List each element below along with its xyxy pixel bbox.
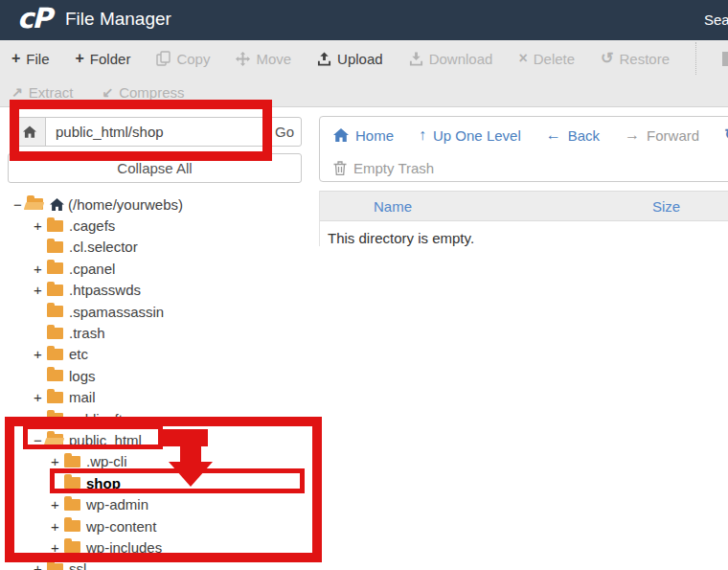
download-button[interactable]: Download xyxy=(409,51,493,67)
home-icon xyxy=(50,198,64,211)
back-button[interactable]: ←Back xyxy=(546,127,600,144)
navigation-panel: Home↑Up One Level←Back→Forward↻Reload Em… xyxy=(319,116,728,182)
up-icon: ↑ xyxy=(419,127,426,143)
tree-item-label: shop xyxy=(86,475,121,491)
restore-label: Restore xyxy=(619,51,670,67)
tree-item-wp-includes[interactable]: +wp-includes xyxy=(8,536,318,558)
tree-item-cagefs[interactable]: +.cagefs xyxy=(8,215,318,236)
tree-item-shop[interactable]: shop xyxy=(8,472,318,493)
reload-button[interactable]: ↻Reload xyxy=(724,127,728,144)
tree-item-spamassassin[interactable]: .spamassassin xyxy=(8,301,318,322)
move-button[interactable]: Move xyxy=(236,51,291,67)
tree-item-home-yourwebs[interactable]: −(/home/yourwebs) xyxy=(8,194,318,215)
folder-icon xyxy=(47,306,63,317)
empty-trash-button[interactable]: Empty Trash xyxy=(333,160,434,176)
file-label: File xyxy=(26,51,49,67)
move-icon xyxy=(236,52,250,66)
folder-button[interactable]: +Folder xyxy=(76,51,131,67)
move-label: Move xyxy=(256,51,291,67)
folder-icon xyxy=(47,349,63,360)
tree-item-logs[interactable]: logs xyxy=(8,365,318,386)
back-icon: ← xyxy=(546,127,561,143)
expand-icon[interactable]: + xyxy=(51,518,64,535)
folder-icon xyxy=(47,285,63,296)
tree-item-wp-admin[interactable]: +wp-admin xyxy=(8,493,318,514)
directory-tree: −(/home/yourwebs)+.cagefs.cl.selector+.c… xyxy=(8,194,318,570)
folder-icon xyxy=(64,477,80,489)
tree-item-public-ftp[interactable]: public_ftp xyxy=(8,408,318,429)
go-button[interactable]: Go xyxy=(267,117,302,147)
tree-item-label: etc xyxy=(69,346,88,362)
tree-item-label: (/home/yourwebs) xyxy=(68,196,183,213)
rename-button[interactable]: Rename xyxy=(722,51,728,67)
tree-item-wp-content[interactable]: +wp-content xyxy=(8,515,318,536)
home-path-icon[interactable] xyxy=(13,118,46,146)
expand-icon[interactable]: + xyxy=(34,261,47,277)
expand-icon[interactable]: + xyxy=(51,496,64,513)
tree-item-label: ssl xyxy=(69,560,86,570)
forward-button[interactable]: →Forward xyxy=(625,127,699,144)
restore-button[interactable]: ↺Restore xyxy=(601,51,670,67)
folder-icon xyxy=(47,220,63,232)
copy-icon xyxy=(156,51,171,66)
open-folder-icon xyxy=(47,434,63,445)
delete-button[interactable]: ×Delete xyxy=(518,51,575,67)
tree-item-htpasswds[interactable]: +.htpasswds xyxy=(8,280,318,301)
folder-icon xyxy=(47,413,63,424)
folder-icon xyxy=(47,370,63,381)
extract-label: Extract xyxy=(29,84,74,101)
search-link[interactable]: Search xyxy=(704,11,728,28)
empty-trash-label: Empty Trash xyxy=(353,160,434,176)
expand-icon[interactable]: + xyxy=(34,560,47,570)
expand-icon[interactable]: + xyxy=(34,346,47,362)
expand-icon[interactable]: + xyxy=(34,389,47,405)
tree-item-trash[interactable]: .trash xyxy=(8,322,318,343)
expand-icon[interactable]: + xyxy=(51,539,64,556)
toolbar: +File+FolderCopyMoveUploadDownload×Delet… xyxy=(0,40,728,107)
tree-item-mail[interactable]: +mail xyxy=(8,387,318,408)
tree-item-cl-selector[interactable]: .cl.selector xyxy=(8,237,318,258)
empty-directory-message: This directory is empty. xyxy=(320,221,728,246)
delete-label: Delete xyxy=(534,51,575,67)
file-table: Name Size This directory is empty. xyxy=(319,191,728,246)
file-button[interactable]: +File xyxy=(11,51,50,67)
extract-icon: ↗ xyxy=(11,85,23,99)
path-input[interactable] xyxy=(46,118,264,146)
tree-item-label: public_html xyxy=(69,432,142,448)
home-button[interactable]: Home xyxy=(333,127,394,144)
back-label: Back xyxy=(568,127,600,144)
cpanel-logo: cP xyxy=(17,2,50,34)
tree-item-cpanel[interactable]: +.cpanel xyxy=(8,258,318,279)
folder-icon xyxy=(47,328,63,339)
column-header-name[interactable]: Name xyxy=(374,198,412,215)
expand-icon[interactable]: + xyxy=(34,282,47,298)
upload-button[interactable]: Upload xyxy=(317,51,383,67)
column-header-size[interactable]: Size xyxy=(652,198,680,215)
tree-item-etc[interactable]: +etc xyxy=(8,344,318,365)
compress-button[interactable]: ↙Compress xyxy=(102,84,184,101)
extract-button[interactable]: ↗Extract xyxy=(11,84,73,101)
copy-button[interactable]: Copy xyxy=(156,51,210,67)
folder-label: Folder xyxy=(90,51,131,67)
folder-icon xyxy=(64,520,80,532)
toolbar-separator xyxy=(695,42,696,75)
path-bar xyxy=(12,117,265,147)
folder-icon xyxy=(47,262,63,274)
home-icon xyxy=(23,125,36,138)
nav-row-2: Empty Trash xyxy=(320,153,728,182)
collapse-all-button[interactable]: Collapse All xyxy=(8,153,302,183)
tree-item-label: .wp-cli xyxy=(86,453,127,469)
toolbar-row-1: +File+FolderCopyMoveUploadDownload×Delet… xyxy=(0,40,728,77)
tree-item-label: logs xyxy=(69,368,96,384)
expand-icon[interactable]: + xyxy=(51,453,64,469)
folder-icon xyxy=(64,456,80,467)
up-one-level-button[interactable]: ↑Up One Level xyxy=(419,127,521,144)
tree-item-label: .trash xyxy=(69,325,105,341)
tree-item-label: .htpasswds xyxy=(69,282,141,298)
tree-item-public-html[interactable]: −public_html xyxy=(8,429,318,450)
tree-item-label: .spamassassin xyxy=(69,304,164,320)
expand-icon[interactable]: + xyxy=(34,217,47,234)
tree-item-wp-cli[interactable]: +.wp-cli xyxy=(8,451,318,472)
tree-item-label: mail xyxy=(69,389,96,405)
tree-item-ssl[interactable]: +ssl xyxy=(8,559,318,570)
